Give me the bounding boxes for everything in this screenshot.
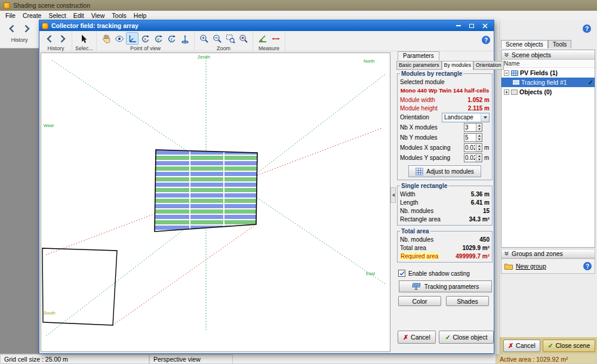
zoom-window-button[interactable]	[224, 32, 236, 45]
history-forward-button[interactable]	[21, 22, 33, 35]
shades-button[interactable]: Shades	[446, 296, 489, 306]
label-north: North	[364, 58, 374, 64]
orientation-select[interactable]: Landscape	[442, 113, 490, 122]
cross-icon: ✗	[508, 342, 513, 349]
zoom-out-button[interactable]	[211, 32, 223, 45]
nb-y-stepper[interactable]	[464, 133, 482, 142]
tree-item-tracking-field[interactable]: Tracking field #1 ✓	[501, 78, 595, 87]
outer-history-toolbar: History	[0, 20, 39, 48]
axes-view-button[interactable]	[126, 32, 139, 45]
rotate-x-button[interactable]: x	[139, 32, 152, 45]
measure-distance-button[interactable]	[269, 32, 282, 45]
svg-text:x: x	[144, 37, 146, 41]
menu-help[interactable]: Help	[130, 11, 150, 20]
toolbar-group-history: History	[40, 31, 72, 51]
selected-module-label: Selected module	[400, 79, 490, 85]
visible-check-icon[interactable]: ✓	[588, 79, 593, 87]
measure-angle-icon	[258, 34, 267, 44]
tab-by-modules[interactable]: By modules	[442, 61, 473, 70]
cancel-scene-button[interactable]: ✗ Cancel	[503, 340, 540, 352]
tracking-parameters-button[interactable]: Tracking parameters	[399, 280, 492, 292]
dialog-title: Collector field: tracking array	[51, 22, 139, 29]
close-button[interactable]	[478, 21, 491, 30]
history-back-button[interactable]	[6, 22, 19, 35]
new-group-button[interactable]: New group	[516, 263, 546, 270]
arrow-right-icon	[58, 34, 67, 44]
tree-item-pv-fields[interactable]: PV Fields (1)	[501, 68, 595, 78]
help-icon[interactable]: ?	[583, 24, 591, 33]
adjust-to-modules-button[interactable]: Adjust to modules	[408, 165, 481, 177]
select-tool-button[interactable]	[78, 32, 91, 45]
view-tool-button[interactable]	[113, 32, 125, 45]
selected-module-name: Mono 440 Wp Twin 144 half-cells	[400, 87, 490, 94]
menu-create[interactable]: Create	[19, 11, 45, 20]
close-scene-button[interactable]: ✓ Close scene	[543, 340, 595, 352]
scene-canvas[interactable]: Zenith North West East South	[41, 53, 390, 352]
menu-edit[interactable]: Edit	[70, 11, 88, 20]
tab-scene-objects[interactable]: Scene objects	[501, 40, 548, 48]
vertical-axis-button[interactable]	[179, 32, 191, 45]
nb-y-label: Nb Y modules	[400, 134, 464, 141]
x-spacing-input[interactable]	[464, 144, 476, 152]
spin-down-icon[interactable]	[476, 148, 482, 152]
cross-icon: ✗	[403, 334, 408, 341]
status-view-mode: Perspective view	[149, 354, 233, 364]
help-icon[interactable]: ?	[482, 36, 490, 44]
toolbar-group-zoom: Zoom	[195, 31, 253, 51]
pan-tool-button[interactable]	[100, 32, 112, 45]
x-spacing-label: Modules X spacing	[400, 144, 464, 151]
module-height-label: Module height	[400, 105, 468, 112]
cancel-button[interactable]: ✗ Cancel	[398, 331, 436, 344]
y-spacing-input[interactable]	[464, 154, 476, 162]
label-zenith: Zenith	[198, 54, 210, 60]
tab-basic-parameters[interactable]: Basic parameters	[396, 61, 442, 70]
tab-orientation[interactable]: Orientation	[473, 61, 504, 70]
minimize-button[interactable]	[452, 21, 465, 30]
tab-parameters[interactable]: Parameters	[398, 51, 439, 60]
grid-icon	[416, 168, 423, 175]
arrow-left-icon	[45, 34, 54, 44]
back-button[interactable]	[43, 32, 56, 45]
dialog-icon	[42, 23, 48, 29]
tree-item-objects[interactable]: Objects (0)	[501, 87, 595, 97]
required-area-label: Required area	[400, 253, 439, 260]
menu-tools[interactable]: Tools	[108, 11, 130, 20]
maximize-button[interactable]	[465, 21, 478, 30]
chevron-down-icon[interactable]	[481, 113, 489, 122]
menu-select[interactable]: Select	[45, 11, 69, 20]
x-spacing-stepper[interactable]	[464, 143, 482, 152]
nb-y-input[interactable]	[464, 134, 476, 141]
shadow-casting-checkbox[interactable]	[398, 270, 405, 277]
groups-zones-header[interactable]: Groups and zones	[501, 249, 595, 258]
menu-file[interactable]: File	[2, 11, 19, 20]
spin-down-icon[interactable]	[476, 158, 482, 162]
spin-down-icon[interactable]	[476, 128, 482, 132]
forward-button[interactable]	[56, 32, 69, 45]
svg-text:y: y	[157, 37, 159, 42]
module-width-label: Module width	[400, 97, 467, 103]
zoom-reset-icon	[239, 34, 248, 44]
dialog-titlebar[interactable]: Collector field: tracking array	[39, 20, 494, 31]
y-spacing-stepper[interactable]	[464, 153, 482, 162]
tab-tools[interactable]: Tools	[548, 40, 571, 48]
rotate-y-button[interactable]: y	[152, 32, 165, 45]
status-bar: Grid cell size : 25.00 m Perspective vie…	[0, 354, 597, 364]
help-icon[interactable]: ?	[583, 262, 592, 270]
close-object-button[interactable]: ✓ Close object	[439, 331, 494, 344]
panel-collapse-handle[interactable]	[390, 187, 396, 203]
scene-objects-header[interactable]: Scene objects	[501, 50, 595, 60]
rotate-y-icon: y	[154, 34, 164, 44]
zoom-in-button[interactable]	[198, 32, 210, 45]
menu-view[interactable]: View	[88, 11, 109, 20]
x-spacing-unit: m	[482, 144, 490, 151]
check-icon	[399, 271, 405, 276]
folder-icon	[504, 263, 513, 270]
color-button[interactable]: Color	[398, 296, 441, 306]
spin-down-icon[interactable]	[476, 138, 482, 142]
zoom-reset-button[interactable]	[237, 32, 250, 45]
rotate-z-button[interactable]: z	[165, 32, 178, 45]
nb-x-input[interactable]	[464, 124, 476, 131]
nb-x-stepper[interactable]	[464, 123, 482, 132]
measure-angle-button[interactable]	[256, 32, 269, 45]
single-rectangle-group: Single rectangle Width5.36 m Length6.41 …	[397, 183, 493, 226]
